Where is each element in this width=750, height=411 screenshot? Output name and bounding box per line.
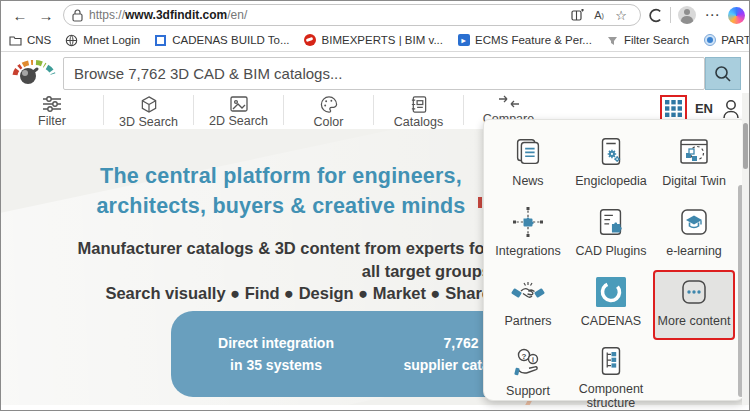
blue-circle-favicon (703, 34, 716, 47)
menu-item-more-content[interactable]: More content (653, 270, 735, 340)
split-screen-button[interactable] (566, 6, 588, 24)
blue-play-favicon: ▸ (457, 34, 470, 47)
toolbar-item-3d-search[interactable]: 3D Search (104, 93, 193, 129)
image-icon (229, 95, 249, 113)
settings-more-button[interactable]: ⋯ (703, 4, 721, 26)
menu-item-partners[interactable]: Partners (487, 270, 569, 340)
apps-grid-button[interactable] (660, 95, 687, 122)
toolbar-item-color[interactable]: Color (284, 93, 373, 129)
bookmark-cns[interactable]: CNS (9, 34, 51, 47)
toolbar-item-catalogs[interactable]: Catalogs (374, 93, 463, 129)
apps-dropdown-menu: News Engiclopedia Digital Twin Integrati… (483, 119, 746, 401)
stats-box: Direct integration in 35 systems 7,762 s… (171, 311, 507, 397)
toolbar-label: 2D Search (209, 114, 268, 128)
cad-plugins-icon (594, 204, 628, 240)
news-icon (511, 134, 545, 170)
menu-item-label: Engiclopedia (575, 174, 647, 188)
palette-icon (319, 95, 339, 114)
cadenas-logo-icon (593, 274, 629, 310)
encyclopedia-icon (594, 134, 628, 170)
copilot-icon[interactable] (728, 7, 745, 24)
menu-item-label: CADENAS (581, 314, 641, 328)
read-aloud-button[interactable]: A) (588, 6, 610, 24)
bookmark-cadenas-build[interactable]: CADENAS BUILD To... (154, 34, 289, 47)
menu-item-label: Support (506, 384, 550, 398)
menu-item-elearning[interactable]: e-learning (653, 200, 735, 270)
browser-window: ← → https://www.3dfindit.com/en/ A) ☆ ⋯ (0, 0, 750, 411)
background-graphic-fragment (478, 197, 482, 208)
partners-handshake-icon (509, 274, 547, 310)
component-structure-icon (594, 344, 628, 378)
toolbar-label: Filter (38, 114, 66, 128)
stat-direct-integration: Direct integration in 35 systems (201, 332, 351, 376)
red-circle-favicon (304, 34, 317, 47)
menu-item-support[interactable]: ?i Support (487, 340, 569, 410)
menu-item-label: News (512, 174, 543, 188)
bookmark-ecms[interactable]: ▸ ECMS Feature & Per... (457, 34, 592, 47)
svg-text:i: i (532, 356, 534, 363)
elearning-icon (676, 204, 712, 240)
menu-item-cadenas[interactable]: CADENAS (570, 270, 652, 340)
menu-item-label: e-learning (666, 244, 722, 258)
catalog-book-icon (409, 95, 429, 114)
integrations-icon (510, 204, 546, 240)
toolbar-item-filter[interactable]: Filter (1, 93, 103, 129)
toolbar-label: 3D Search (119, 115, 178, 129)
menu-item-label: CAD Plugins (576, 244, 647, 258)
bookmark-filter-search[interactable]: Filter Search (606, 34, 689, 47)
menu-item-label: Integrations (495, 244, 560, 258)
digital-twin-icon (676, 134, 712, 170)
forward-button[interactable]: → (33, 4, 59, 26)
blue-square-favicon (154, 34, 167, 47)
filter-icon (41, 95, 63, 113)
chrome-right-cluster: ⋯ (648, 3, 745, 27)
menu-item-label: More content (658, 314, 731, 328)
folder-icon (9, 34, 22, 47)
hero-text-block: The central platform for engineers, arch… (71, 161, 491, 303)
hero-title: The central platform for engineers, arch… (71, 161, 491, 221)
hero-subtitle: Manufacturer catalogs & 3D content from … (71, 237, 491, 283)
browser-toolbar: ← → https://www.3dfindit.com/en/ A) ☆ ⋯ (1, 1, 749, 29)
toolbar-label: Catalogs (394, 115, 443, 129)
3dfindit-logo[interactable] (11, 59, 57, 87)
hero-tagline: Search visually ● Find ● Design ● Market… (71, 284, 491, 303)
bookmark-partcommunity[interactable]: PARTcommunity Ad... (703, 34, 750, 47)
bookmark-bimexperts[interactable]: BIMEXPERTS | BIM v... (304, 34, 443, 47)
profile-avatar[interactable] (678, 6, 696, 24)
menu-item-news[interactable]: News (487, 130, 569, 200)
favorites-star-button[interactable]: ☆ (610, 6, 632, 24)
address-bar[interactable]: https://www.3dfindit.com/en/ A) ☆ (63, 4, 641, 26)
cube-icon (139, 95, 159, 114)
toolbar-item-2d-search[interactable]: 2D Search (194, 93, 283, 129)
menu-item-label: Digital Twin (662, 174, 726, 188)
compare-arrows-icon (497, 95, 521, 111)
menu-item-engiclopedia[interactable]: Engiclopedia (570, 130, 652, 200)
search-input[interactable] (63, 57, 705, 90)
svg-text:?: ? (522, 352, 527, 361)
search-button[interactable] (705, 57, 741, 90)
bookmarks-bar: CNS Mnet Login CADENAS BUILD To... BIMEX… (1, 29, 749, 52)
lock-icon (72, 9, 83, 22)
language-selector[interactable]: EN (695, 101, 713, 116)
support-icon: ?i (510, 344, 546, 380)
funnel-icon (606, 34, 619, 47)
more-content-icon (676, 274, 712, 310)
back-button[interactable]: ← (7, 4, 33, 26)
menu-item-integrations[interactable]: Integrations (487, 200, 569, 270)
search-icon (713, 64, 733, 84)
site-header (1, 53, 749, 93)
menu-item-label: Partners (504, 314, 551, 328)
user-account-icon[interactable] (721, 98, 741, 120)
browser-essentials-icon[interactable] (648, 8, 663, 23)
toolbar-right-cluster: EN (660, 95, 741, 122)
menu-item-component-structure[interactable]: Component structure (570, 340, 652, 410)
bookmark-mnet-login[interactable]: Mnet Login (65, 34, 140, 47)
split-screen-icon (571, 9, 584, 22)
apps-grid-icon (664, 99, 683, 118)
globe-icon (65, 34, 78, 47)
menu-item-cad-plugins[interactable]: CAD Plugins (570, 200, 652, 270)
menu-item-digital-twin[interactable]: Digital Twin (653, 130, 735, 200)
url-text: https://www.3dfindit.com/en/ (89, 8, 566, 22)
page-scrollbar-thumb[interactable] (743, 123, 748, 169)
toolbar-label: Color (314, 115, 344, 129)
